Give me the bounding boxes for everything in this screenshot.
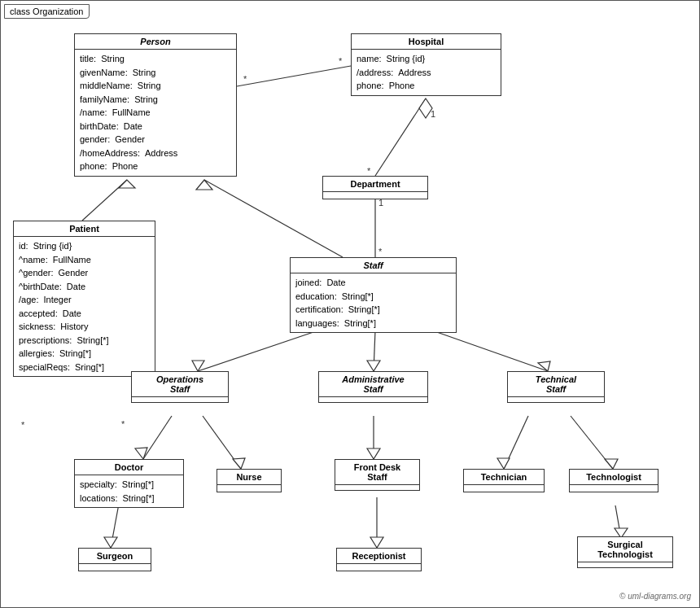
front-desk-staff-class-name: Front Desk Staff (335, 460, 419, 485)
technician-class-name: Technician (464, 470, 544, 485)
svg-marker-17 (367, 361, 380, 371)
technologist-class: Technologist (569, 469, 658, 492)
svg-line-34 (615, 505, 621, 538)
department-class-name: Department (323, 177, 427, 192)
svg-line-20 (143, 416, 172, 459)
svg-marker-31 (104, 537, 117, 548)
diagram-container: class Organization * * 1 * 1 * (0, 0, 700, 608)
svg-text:*: * (243, 74, 247, 84)
hospital-class-attrs: name:String {id} /address:Address phone:… (352, 50, 501, 95)
department-class: Department (322, 176, 428, 199)
svg-line-22 (203, 416, 241, 469)
person-class-attrs: title:String givenName:String middleName… (75, 50, 236, 176)
svg-line-14 (198, 330, 318, 371)
surgeon-class: Surgeon (78, 548, 151, 571)
technologist-class-attrs (570, 485, 658, 492)
svg-text:*: * (339, 56, 343, 66)
patient-class-name: Patient (14, 221, 155, 237)
svg-marker-4 (419, 98, 432, 118)
svg-marker-11 (119, 180, 135, 188)
administrative-staff-class-name: Administrative Staff (319, 372, 427, 397)
hospital-class-name: Hospital (352, 34, 501, 50)
svg-marker-19 (538, 361, 550, 371)
technologist-class-name: Technologist (570, 470, 658, 485)
svg-line-10 (82, 180, 127, 221)
svg-line-28 (571, 416, 613, 469)
operations-staff-attrs (132, 397, 228, 402)
surgical-technologist-attrs (578, 562, 672, 567)
svg-text:*: * (378, 247, 383, 256)
svg-marker-15 (192, 361, 204, 371)
svg-text:1: 1 (431, 109, 435, 119)
front-desk-staff-class: Front Desk Staff (335, 459, 420, 491)
person-class-name: Person (75, 34, 236, 50)
svg-marker-27 (497, 458, 510, 469)
svg-marker-25 (367, 448, 380, 459)
svg-marker-29 (605, 459, 618, 469)
staff-class-name: Staff (291, 258, 456, 273)
front-desk-staff-attrs (335, 485, 419, 490)
nurse-class-name: Nurse (217, 470, 281, 485)
operations-staff-class-name: Operations Staff (132, 372, 228, 397)
person-class: Person title:String givenName:String mid… (74, 33, 237, 177)
svg-text:*: * (367, 166, 371, 176)
department-class-attrs (323, 192, 427, 199)
svg-line-3 (375, 98, 426, 176)
svg-text:*: * (121, 419, 125, 429)
administrative-staff-class: Administrative Staff (318, 371, 428, 403)
svg-marker-13 (196, 180, 212, 190)
surgical-technologist-class: Surgical Technologist (577, 536, 673, 568)
surgical-technologist-class-name: Surgical Technologist (578, 537, 672, 562)
svg-line-18 (432, 330, 548, 371)
technical-staff-class: Technical Staff (507, 371, 605, 403)
administrative-staff-attrs (319, 397, 427, 402)
receptionist-class-attrs (337, 564, 421, 571)
nurse-class: Nurse (217, 469, 282, 492)
receptionist-class: Receptionist (336, 548, 422, 571)
surgeon-class-name: Surgeon (79, 549, 151, 564)
hospital-class: Hospital name:String {id} /address:Addre… (351, 33, 501, 96)
staff-class-attrs: joined:Date education:String[*] certific… (291, 273, 456, 332)
diagram-title: class Organization (4, 4, 90, 19)
technician-class: Technician (463, 469, 545, 492)
receptionist-class-name: Receptionist (337, 549, 421, 564)
nurse-class-attrs (217, 485, 281, 492)
technician-class-attrs (464, 485, 544, 492)
technical-staff-attrs (508, 397, 604, 402)
svg-text:*: * (21, 420, 25, 430)
svg-line-30 (111, 504, 119, 548)
patient-class: Patient id:String {id} ^name:FullName ^g… (13, 221, 155, 377)
technical-staff-class-name: Technical Staff (508, 372, 604, 397)
svg-line-16 (374, 330, 375, 371)
doctor-class-attrs: specialty:String[*] locations:String[*] (75, 475, 183, 507)
surgeon-class-attrs (79, 564, 151, 571)
svg-marker-33 (370, 537, 383, 548)
operations-staff-class: Operations Staff (131, 371, 229, 403)
doctor-class: Doctor specialty:String[*] locations:Str… (74, 459, 184, 508)
doctor-class-name: Doctor (75, 460, 183, 475)
patient-class-attrs: id:String {id} ^name:FullName ^gender:Ge… (14, 237, 155, 376)
watermark: © uml-diagrams.org (619, 592, 691, 601)
svg-marker-21 (135, 448, 147, 459)
staff-class: Staff joined:Date education:String[*] ce… (290, 257, 457, 333)
svg-line-26 (504, 416, 528, 469)
svg-marker-23 (233, 458, 245, 469)
svg-line-0 (237, 66, 351, 86)
